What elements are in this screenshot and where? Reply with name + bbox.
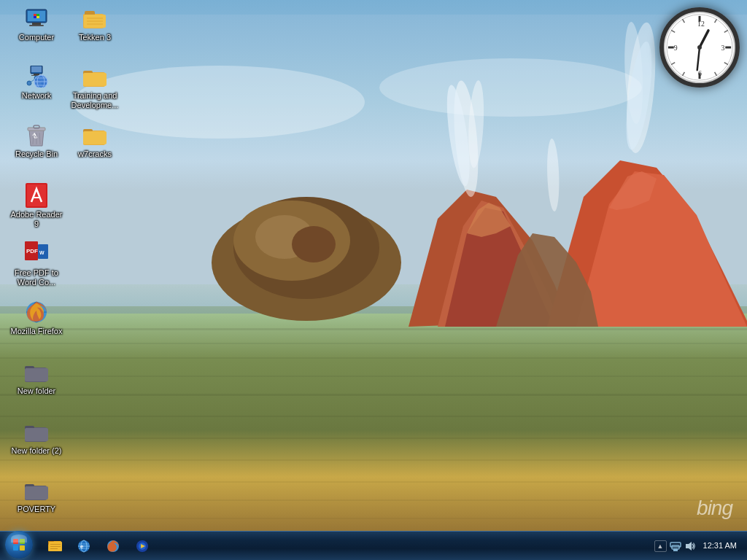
svg-rect-41 [36,14,39,16]
svg-rect-92 [25,428,48,441]
taskbar-media[interactable] [128,534,156,559]
tray-clock[interactable]: 12:31 AM [699,532,741,560]
desktop-icon-firefox[interactable]: Mozilla Firefox [7,298,66,339]
recycle-label: Recycle Bin [15,149,58,159]
desktop-icon-computer[interactable]: Computer [7,4,66,45]
desktop-icon-freepdf[interactable]: PDF → W Free PDF to Word Co... [7,239,66,290]
svg-text:6: 6 [698,69,702,77]
tray-time: 12:31 AM [703,540,737,551]
svg-rect-125 [50,546,61,547]
svg-rect-42 [34,16,36,18]
svg-rect-75 [83,131,107,144]
newfolder2-label: New folder (2) [11,446,61,456]
svg-rect-95 [25,486,48,499]
tray-expand-button[interactable]: ▲ [654,540,667,552]
svg-rect-51 [31,66,42,72]
newfolder2-icon [25,420,48,443]
network-icon [25,65,48,88]
bing-watermark: bing [697,497,732,520]
taskbar-items: e [38,532,649,560]
svg-point-116 [697,45,702,50]
tray-volume-icon[interactable] [684,540,696,552]
svg-rect-89 [25,368,48,381]
w7cracks-label: w7cracks [78,149,112,159]
start-orb [5,531,33,559]
desktop-icon-newfolder1[interactable]: New folder [7,357,66,399]
computer-label: Computer [19,33,54,42]
system-tray: ▲ 12:31 AM [649,532,747,560]
taskbar-ie[interactable]: e [70,534,98,559]
svg-text:W: W [39,250,44,255]
start-button[interactable] [0,532,38,561]
adobe-reader-icon [25,184,48,207]
training-label: Training and Developme... [69,91,121,110]
svg-rect-126 [50,548,58,549]
freepdf-label: Free PDF to Word Co... [10,268,63,287]
computer-icon [25,7,48,30]
freepdf-icon: PDF → W [25,242,48,265]
firefox-label: Mozilla Firefox [11,327,63,336]
svg-text:12: 12 [697,20,705,28]
desktop-icon-tekken3[interactable]: Tekken 3 [66,4,124,45]
svg-rect-43 [36,16,39,18]
svg-rect-39 [29,25,44,26]
recycle-bin-icon [25,123,48,147]
svg-rect-124 [50,544,61,545]
desktop-icon-w7cracks[interactable]: w7cracks [66,120,124,162]
svg-rect-67 [83,73,107,86]
svg-rect-38 [32,23,41,25]
desktop-icon-training[interactable]: Training and Developme... [66,62,124,113]
adobe-label: Adobe Reader 9 [10,210,63,229]
poverty-label: POVERTY [18,505,55,514]
desktop-icons-area: Computer Tekken 3 [0,0,747,531]
network-label: Network [22,91,51,101]
w7cracks-folder-icon [83,123,107,147]
taskbar-explorer[interactable] [41,534,69,559]
svg-rect-52 [34,74,39,75]
poverty-folder-icon [25,478,48,502]
svg-text:9: 9 [674,44,678,52]
desktop-icon-adobe[interactable]: Adobe Reader 9 [7,181,66,232]
tekken3-label: Tekken 3 [79,33,111,42]
taskbar-firefox[interactable] [99,534,127,559]
clock-widget[interactable]: 12 3 6 9 [659,7,740,88]
desktop-icon-newfolder2[interactable]: New folder (2) [7,417,66,459]
svg-marker-141 [686,542,692,551]
desktop-icon-recycle[interactable]: Recycle Bin [7,120,66,162]
taskbar: e [0,531,747,560]
svg-rect-69 [34,125,39,128]
desktop: Computer Tekken 3 [0,0,747,560]
svg-rect-117 [13,539,18,544]
newfolder1-icon [25,360,48,384]
training-folder-icon [83,65,107,88]
newfolder1-label: New folder [18,386,56,396]
svg-rect-119 [13,545,18,551]
svg-rect-118 [20,539,25,544]
clock-face: 12 3 6 9 [659,7,740,88]
svg-text:e: e [80,543,84,550]
svg-text:3: 3 [721,44,724,52]
desktop-icon-poverty[interactable]: POVERTY [7,475,66,517]
tekken3-icon [83,7,107,30]
tray-network-icon[interactable] [670,540,681,552]
firefox-icon [25,300,48,324]
svg-rect-40 [34,14,36,16]
svg-rect-120 [20,545,25,551]
desktop-icon-network[interactable]: Network [7,62,66,104]
